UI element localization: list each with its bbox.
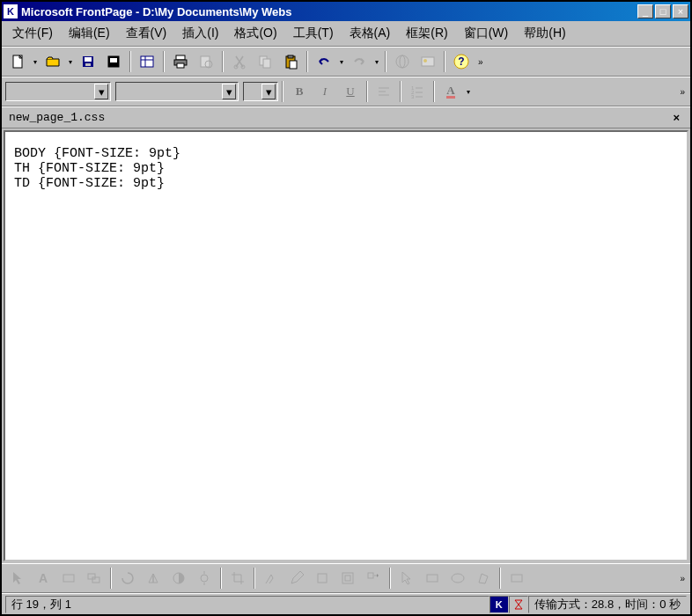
folder-list-button[interactable] xyxy=(135,50,159,73)
draw-rect-button[interactable] xyxy=(56,567,81,590)
italic-button[interactable]: I xyxy=(313,80,337,103)
transparent-icon xyxy=(262,569,280,587)
toolbar-overflow[interactable]: » xyxy=(676,87,687,97)
draw-bright-button[interactable] xyxy=(192,567,217,590)
draw-bevel-button[interactable] xyxy=(335,567,360,590)
window-title: Microsoft FrontPage - D:\My Documents\My… xyxy=(21,5,637,18)
formatting-toolbar: ▾ ▾ ▾ B I U 123 A ▾ » xyxy=(2,77,690,106)
new-dropdown[interactable]: ▾ xyxy=(31,50,40,73)
help-icon: ? xyxy=(453,53,470,70)
toolbar-separator xyxy=(282,81,283,102)
hotspot-rect-button[interactable] xyxy=(420,567,445,590)
svg-rect-47 xyxy=(368,573,373,578)
close-button[interactable]: × xyxy=(673,4,688,18)
draw-contrast-button[interactable] xyxy=(166,567,191,590)
menu-view[interactable]: 查看(V) xyxy=(119,23,174,44)
code-editor[interactable]: BODY {FONT-SIZE: 9pt} TH {FONT-SIZE: 9pt… xyxy=(4,130,688,561)
save-icon xyxy=(79,53,97,70)
draw-text-button[interactable]: A xyxy=(31,567,55,590)
app-window: K Microsoft FrontPage - D:\My Documents\… xyxy=(0,0,692,616)
toolbar-separator xyxy=(400,81,401,102)
draw-resample-button[interactable] xyxy=(361,567,386,590)
font-color-dropdown[interactable]: ▾ xyxy=(464,80,473,103)
toolbar-overflow[interactable]: » xyxy=(676,574,687,583)
size-combo[interactable]: ▾ xyxy=(243,82,278,101)
draw-transparent-button[interactable] xyxy=(259,567,283,590)
svg-rect-50 xyxy=(512,575,522,582)
preview-button[interactable] xyxy=(194,50,218,73)
font-color-button[interactable]: A xyxy=(438,80,463,103)
draw-color-button[interactable] xyxy=(284,567,309,590)
help-button[interactable]: ? xyxy=(449,50,474,73)
menu-insert[interactable]: 插入(I) xyxy=(175,23,225,44)
draw-crop-button[interactable] xyxy=(225,567,250,590)
cut-button[interactable] xyxy=(227,50,252,73)
save-button[interactable] xyxy=(76,50,100,73)
redo-dropdown[interactable]: ▾ xyxy=(372,50,381,73)
drawing-toolbar: A xyxy=(2,563,690,593)
toolbar-separator xyxy=(366,81,368,102)
standard-toolbar: ▾ ▾ xyxy=(2,47,690,77)
copy-button[interactable] xyxy=(253,50,277,73)
menu-table[interactable]: 表格(A) xyxy=(342,23,398,44)
menu-tools[interactable]: 工具(T) xyxy=(286,23,341,44)
draw-rotate-button[interactable] xyxy=(115,567,140,590)
new-button[interactable] xyxy=(5,50,30,73)
hotspot-select-button[interactable] xyxy=(394,567,419,590)
underline-button[interactable]: U xyxy=(338,80,363,103)
image-button[interactable] xyxy=(416,50,440,73)
draw-select-button[interactable] xyxy=(5,567,30,590)
toolbar-separator xyxy=(433,81,435,102)
svg-rect-20 xyxy=(290,61,297,69)
minimize-button[interactable]: _ xyxy=(637,4,653,18)
font-combo[interactable]: ▾ xyxy=(115,82,239,101)
maximize-button[interactable]: □ xyxy=(655,4,671,18)
web-component-button[interactable] xyxy=(390,50,415,73)
draw-flip-button[interactable] xyxy=(141,567,166,590)
svg-rect-23 xyxy=(422,57,434,66)
undo-button[interactable] xyxy=(312,50,336,73)
hotspot-highlight-button[interactable] xyxy=(504,567,529,590)
toolbar-overflow[interactable]: » xyxy=(475,57,485,67)
svg-point-41 xyxy=(201,575,208,582)
toolbar-separator xyxy=(220,568,222,589)
list-button[interactable]: 123 xyxy=(405,80,430,103)
undo-icon xyxy=(315,53,333,70)
menu-window[interactable]: 窗口(W) xyxy=(457,23,516,44)
menu-format[interactable]: 格式(O) xyxy=(227,23,283,44)
menu-edit[interactable]: 编辑(E) xyxy=(62,23,117,44)
contrast-icon xyxy=(170,569,188,587)
statusbar: 行 19，列 1 K 传输方式：28.8，时间：0 秒 xyxy=(2,593,690,614)
cursor-icon xyxy=(9,569,26,587)
hotspot-poly-button[interactable] xyxy=(471,567,496,590)
redo-button[interactable] xyxy=(347,50,372,73)
draw-wash-button[interactable] xyxy=(310,567,335,590)
undo-dropdown[interactable]: ▾ xyxy=(337,50,346,73)
bold-button[interactable]: B xyxy=(287,80,312,103)
draw-shape-button[interactable] xyxy=(82,567,107,590)
toolbar-separator xyxy=(222,51,224,72)
menu-frames[interactable]: 框架(R) xyxy=(399,23,454,44)
open-dropdown[interactable]: ▾ xyxy=(66,50,75,73)
list-icon: 123 xyxy=(409,83,426,100)
menu-help[interactable]: 帮助(H) xyxy=(517,23,572,44)
svg-text:?: ? xyxy=(458,55,464,68)
crop-icon xyxy=(229,569,247,587)
menu-file[interactable]: 文件(F) xyxy=(5,23,60,44)
preview-icon xyxy=(197,53,215,70)
rect-hotspot-icon xyxy=(423,569,441,587)
style-combo[interactable]: ▾ xyxy=(5,82,111,101)
paste-button[interactable] xyxy=(278,50,303,73)
svg-text:3: 3 xyxy=(411,94,415,99)
print-button[interactable] xyxy=(168,50,193,73)
open-button[interactable] xyxy=(40,50,65,73)
toolbar-separator xyxy=(389,568,391,589)
align-button[interactable] xyxy=(372,80,396,103)
toolbar-separator xyxy=(110,568,112,589)
svg-rect-5 xyxy=(110,58,117,62)
hotspot-circle-button[interactable] xyxy=(445,567,470,590)
toolbar-separator xyxy=(163,51,165,72)
document-close-button[interactable]: × xyxy=(669,111,683,124)
document-tab: new_page_1.css × xyxy=(2,106,690,128)
publish-button[interactable] xyxy=(101,50,126,73)
